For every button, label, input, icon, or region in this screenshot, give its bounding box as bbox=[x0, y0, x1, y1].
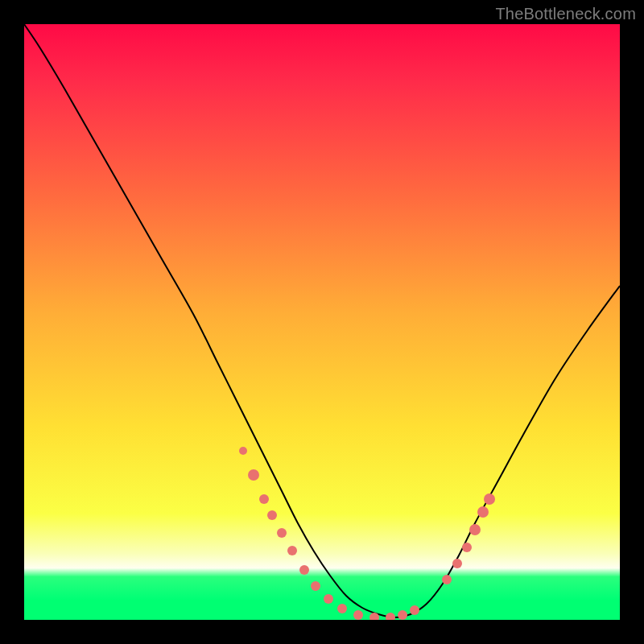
chart-frame: TheBottleneck.com bbox=[0, 0, 644, 644]
marker-dot bbox=[398, 610, 407, 620]
marker-group bbox=[239, 447, 495, 620]
marker-dot bbox=[248, 469, 259, 481]
marker-dot bbox=[386, 613, 395, 620]
watermark-text: TheBottleneck.com bbox=[495, 5, 636, 23]
marker-dot bbox=[259, 494, 269, 504]
marker-dot bbox=[311, 581, 320, 591]
marker-dot bbox=[462, 543, 472, 552]
plot-area bbox=[24, 24, 620, 620]
marker-dot bbox=[299, 565, 309, 575]
marker-dot bbox=[484, 493, 495, 505]
marker-dot bbox=[267, 510, 277, 520]
marker-dot bbox=[287, 546, 297, 555]
marker-dot bbox=[469, 524, 481, 535]
marker-dot bbox=[477, 506, 489, 518]
marker-dot bbox=[277, 528, 287, 538]
bottleneck-curve bbox=[24, 24, 620, 617]
chart-svg bbox=[24, 24, 620, 620]
marker-dot bbox=[452, 559, 462, 568]
marker-dot bbox=[353, 610, 363, 620]
marker-dot bbox=[442, 575, 452, 584]
marker-dot bbox=[337, 604, 347, 613]
marker-dot bbox=[410, 605, 419, 615]
marker-dot bbox=[324, 594, 333, 604]
marker-dot bbox=[239, 447, 247, 455]
